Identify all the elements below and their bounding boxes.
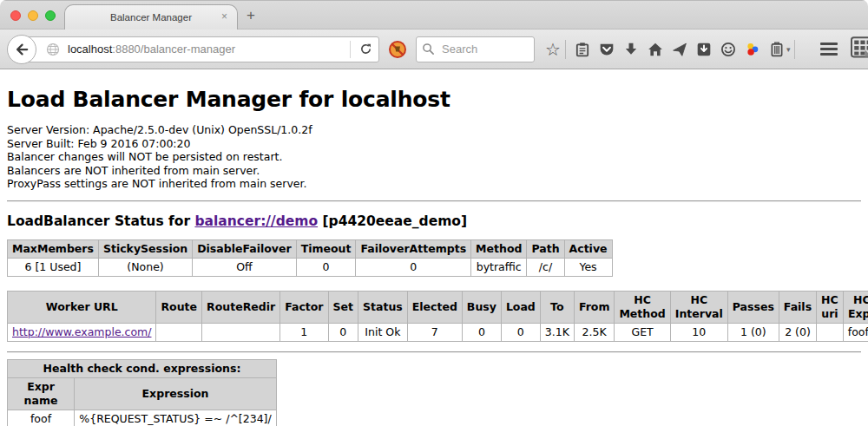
server-version-line: Server Version: Apache/2.5.0-dev (Unix) … bbox=[7, 123, 861, 137]
table-row: foof %{REQUEST_STATUS} =~ /^[234]/ bbox=[8, 410, 277, 426]
hc-uri-value bbox=[817, 323, 844, 341]
grid-icon bbox=[850, 36, 868, 59]
reload-icon bbox=[359, 43, 372, 56]
set-value: 0 bbox=[328, 323, 358, 341]
tab-title: Balancer Manager bbox=[110, 12, 192, 23]
table-title-row: Health check cond. expressions: bbox=[8, 359, 277, 377]
column-header: Fails bbox=[779, 291, 816, 323]
column-header: Set bbox=[328, 291, 358, 323]
tab-bar: Balancer Manager × + bbox=[0, 0, 868, 29]
close-window-button[interactable] bbox=[10, 10, 21, 21]
elected-value: 7 bbox=[407, 323, 462, 341]
column-header: Expr name bbox=[8, 377, 75, 410]
factor-value: 1 bbox=[280, 323, 328, 341]
worker-url-link[interactable]: http://www.example.com/ bbox=[12, 325, 151, 338]
column-header: Status bbox=[358, 291, 408, 323]
zoom-window-button[interactable] bbox=[45, 10, 56, 21]
column-header: Active bbox=[564, 239, 612, 258]
column-header: To bbox=[540, 291, 574, 323]
hc-method-value: GET bbox=[615, 323, 670, 341]
download-box-icon bbox=[696, 42, 712, 57]
column-header: Busy bbox=[462, 291, 501, 323]
table-header-row: MaxMembers StickySession DisableFailover… bbox=[8, 239, 613, 258]
minimize-window-button[interactable] bbox=[28, 10, 38, 21]
table-header-row: Worker URL Route RouteRedir Factor Set S… bbox=[8, 291, 868, 323]
paper-plane-icon bbox=[672, 42, 687, 57]
column-header: FailoverAttempts bbox=[356, 239, 471, 258]
load-value: 0 bbox=[501, 323, 540, 341]
routeredir-value bbox=[202, 323, 280, 341]
reload-button[interactable] bbox=[352, 37, 378, 62]
status-value: Init Ok bbox=[358, 323, 408, 341]
balancer-summary-table: MaxMembers StickySession DisableFailover… bbox=[7, 239, 613, 277]
disablefailover-value: Off bbox=[193, 258, 296, 276]
feedback-button[interactable] bbox=[717, 36, 740, 62]
timeout-value: 0 bbox=[296, 258, 356, 276]
pocket-icon bbox=[599, 42, 615, 57]
plugin-blocked-button[interactable] bbox=[387, 39, 408, 60]
back-button[interactable] bbox=[7, 35, 36, 64]
toolbar-divider bbox=[565, 40, 566, 59]
download-arrow-icon bbox=[623, 42, 639, 57]
search-bar[interactable] bbox=[416, 36, 535, 62]
balancer-status-heading: LoadBalancer Status for balancer://demo … bbox=[7, 213, 861, 229]
divider-rule bbox=[7, 200, 861, 202]
column-header: Factor bbox=[280, 291, 328, 323]
reading-list-button[interactable] bbox=[571, 36, 594, 62]
container-dropdown-caret-icon[interactable]: ▾ bbox=[786, 45, 791, 54]
expr-name-value: foof bbox=[8, 410, 75, 426]
column-header: Expression bbox=[75, 377, 277, 410]
addon-button[interactable] bbox=[741, 36, 764, 62]
url-bar[interactable]: localhost:8880/balancer-manager bbox=[22, 36, 379, 62]
persist-note-line: Balancer changes will NOT be persisted o… bbox=[7, 150, 861, 164]
column-header: HC Method bbox=[615, 291, 670, 323]
busy-value: 0 bbox=[462, 323, 501, 341]
page-content: Load Balancer Manager for localhost Serv… bbox=[0, 87, 868, 426]
page-title: Load Balancer Manager for localhost bbox=[7, 87, 861, 112]
maxmembers-value: 6 [1 Used] bbox=[8, 258, 99, 276]
balancer-demo-link[interactable]: balancer://demo bbox=[194, 213, 318, 229]
server-built-line: Server Built: Feb 9 2016 07:00:20 bbox=[7, 137, 861, 151]
failoverattempts-value: 0 bbox=[356, 258, 471, 276]
method-value: bytraffic bbox=[471, 258, 527, 276]
send-tab-button[interactable] bbox=[668, 36, 691, 62]
route-value bbox=[156, 323, 202, 341]
health-table-title: Health check cond. expressions: bbox=[8, 359, 277, 377]
browser-window: Balancer Manager × + localhost:8880/bala… bbox=[0, 0, 868, 426]
hc-expr-value: foof2 bbox=[843, 323, 868, 341]
table-row: http://www.example.com/ 1 0 Init Ok 7 0 … bbox=[8, 323, 868, 341]
search-input[interactable] bbox=[440, 42, 518, 56]
status-heading-prefix: LoadBalancer Status for bbox=[7, 213, 194, 229]
inherit-note-line: Balancers are NOT inherited from main se… bbox=[7, 164, 861, 178]
smiley-icon bbox=[720, 42, 736, 57]
column-header: Worker URL bbox=[8, 291, 156, 323]
url-text[interactable]: localhost:8880/balancer-manager bbox=[68, 43, 348, 56]
column-header: From bbox=[574, 291, 615, 323]
save-page-button[interactable] bbox=[693, 36, 715, 62]
container-button[interactable] bbox=[766, 36, 788, 62]
column-header: Elected bbox=[407, 291, 462, 323]
home-icon bbox=[648, 42, 663, 57]
stickysession-value: (None) bbox=[98, 258, 192, 276]
table-header-row: Expr name Expression bbox=[8, 377, 277, 410]
menu-button[interactable] bbox=[820, 43, 838, 56]
from-value: 2.5K bbox=[574, 323, 615, 341]
path-value: /c/ bbox=[527, 258, 564, 276]
fails-value: 2 (0) bbox=[779, 323, 816, 341]
tab-groups-button[interactable] bbox=[850, 36, 868, 62]
tab-balancer-manager[interactable]: Balancer Manager × bbox=[64, 4, 238, 29]
column-header: HC uri bbox=[817, 291, 844, 323]
home-button[interactable] bbox=[644, 36, 667, 62]
divider-rule bbox=[7, 351, 861, 353]
passes-value: 1 (0) bbox=[727, 323, 779, 341]
pocket-button[interactable] bbox=[595, 36, 618, 62]
column-header: HC Interval bbox=[670, 291, 727, 323]
downloads-button[interactable] bbox=[620, 36, 642, 62]
tab-close-icon[interactable]: × bbox=[221, 11, 227, 22]
globe-icon bbox=[46, 43, 60, 56]
new-tab-button[interactable]: + bbox=[247, 8, 255, 23]
clipboard-icon bbox=[575, 42, 590, 57]
bookmark-star-icon[interactable]: ☆ bbox=[545, 41, 561, 58]
window-controls bbox=[10, 10, 56, 21]
navigation-toolbar: localhost:8880/balancer-manager bbox=[0, 29, 868, 69]
